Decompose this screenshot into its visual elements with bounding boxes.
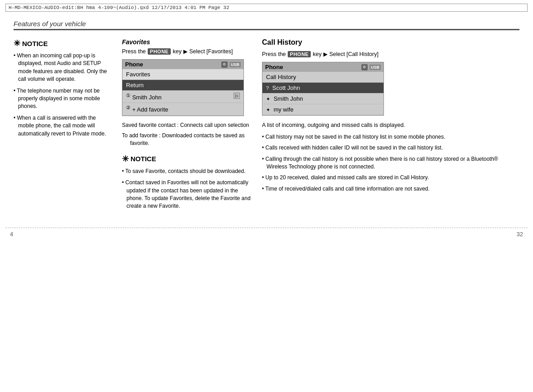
panel-icons: ⚙ USB (221, 61, 241, 68)
footer-page-right: 32 (517, 231, 523, 238)
notice-title: ✳ NOTICE (14, 38, 113, 48)
item-num-2: ② (126, 105, 131, 110)
panel-title: Phone (125, 61, 143, 68)
notice-label: NOTICE (22, 40, 48, 47)
list-item: Saved favorite contact : Connects call u… (122, 121, 253, 129)
item-num-1: ① (126, 93, 131, 98)
ch-phone-badge: PHONE (288, 51, 311, 57)
contact-arrow-icon: ▷ (234, 93, 240, 99)
call-history-instruction: Press the PHONE key ▶ Select [Call Histo… (262, 51, 519, 57)
panel-item-return[interactable]: Return (122, 80, 243, 91)
instruction-select: Select [Favorites] (189, 48, 233, 55)
call-history-title: Call History (262, 38, 519, 47)
list-item: To add favorite : Downloaded contacts be… (122, 132, 253, 148)
ch-settings-icon: ⚙ (361, 64, 368, 70)
ch-icon-question: ? (266, 85, 269, 91)
footer-page-left: 4 (10, 231, 13, 238)
usb-badge: USB (229, 62, 241, 67)
panel-item-favorites: Favorites (122, 69, 243, 80)
notice-list: When an incoming call pop-up is displaye… (14, 52, 113, 138)
list-item: To save Favorite, contacts should be dow… (122, 168, 253, 175)
panel-item-add-favorite[interactable]: ② + Add favorite (122, 103, 243, 115)
ch-icon-star2: ✦ (266, 107, 270, 112)
list-item: The telephone number may not be properly… (14, 87, 113, 111)
notice2-label: NOTICE (131, 155, 156, 163)
ch-item-my-wife[interactable]: ✦ my wife (262, 104, 383, 115)
section-title-wrap: Features of your vehicle (14, 20, 519, 30)
instruction-key: key (173, 48, 181, 55)
ch-instruction-prefix: Press the (262, 51, 286, 57)
call-history-info-list: Call history may not be saved in the cal… (262, 133, 519, 193)
list-item: Calls received with hidden caller ID wil… (262, 144, 519, 152)
notice2-list: To save Favorite, contacts should be dow… (122, 168, 253, 210)
main-content: ✳ NOTICE When an incoming call pop-up is… (14, 38, 519, 214)
ch-item-scott-john[interactable]: ? Scott John (262, 83, 383, 93)
ch-item-call-history[interactable]: Call History (262, 72, 383, 83)
list-item: When an incoming call pop-up is displaye… (14, 52, 113, 84)
ch-panel-header: Phone ⚙ USB (262, 62, 383, 72)
section-title: Features of your vehicle (14, 20, 86, 28)
ch-panel-title: Phone (265, 64, 283, 70)
document-header: H-MD-MEXICO-AUDIO-edit:BH hma 4-109~(Aud… (5, 4, 528, 12)
call-history-panel: Phone ⚙ USB Call History ? Scott John ✦ … (262, 62, 384, 116)
ch-instruction-key: key (313, 51, 321, 57)
panel-header: Phone ⚙ USB (122, 60, 243, 69)
phone-badge: PHONE (148, 48, 171, 55)
ch-item-smith-john[interactable]: ✦ Smith John (262, 93, 383, 104)
notice2-star-icon: ✳ (122, 154, 129, 164)
list-item: Calling through the call history is not … (262, 155, 519, 171)
list-item: When a call is answered with the mobile … (14, 114, 113, 138)
footer: 4 32 (5, 228, 528, 240)
left-column: ✳ NOTICE When an incoming call pop-up is… (14, 38, 113, 214)
list-item: Time of received/dialed calls and call t… (262, 185, 519, 193)
ch-panel-icons: ⚙ USB (361, 64, 381, 70)
favorites-panel: Phone ⚙ USB Favorites Return ① Smith Joh… (122, 59, 244, 116)
favorites-instruction: Press the PHONE key ▶ Select [Favorites] (122, 48, 253, 55)
panel-item-smith-john[interactable]: ① Smith John ▷ (122, 91, 243, 103)
list-item: Call history may not be saved in the cal… (262, 133, 519, 141)
call-history-info-text: A list of incoming, outgoing and missed … (262, 121, 519, 130)
right-column: Call History Press the PHONE key ▶ Selec… (262, 38, 519, 214)
ch-icon-star1: ✦ (266, 96, 270, 102)
ch-usb-badge: USB (369, 65, 381, 70)
numbered-list: Saved favorite contact : Connects call u… (122, 121, 253, 148)
favorites-heading: Favorites (122, 38, 253, 46)
arrow-icon: ▶ (183, 48, 187, 55)
list-item: Contact saved in Favorites will not be a… (122, 179, 253, 210)
instruction-prefix: Press the (122, 48, 146, 55)
notice2-title: ✳ NOTICE (122, 154, 253, 164)
middle-column: Favorites Press the PHONE key ▶ Select [… (122, 38, 253, 214)
settings-icon: ⚙ (221, 61, 228, 68)
ch-arrow-icon: ▶ (323, 51, 327, 57)
notice-star-icon: ✳ (14, 38, 20, 48)
ch-instruction-select: Select [Call History] (329, 51, 379, 57)
list-item: Up to 20 received, dialed and missed cal… (262, 174, 519, 182)
